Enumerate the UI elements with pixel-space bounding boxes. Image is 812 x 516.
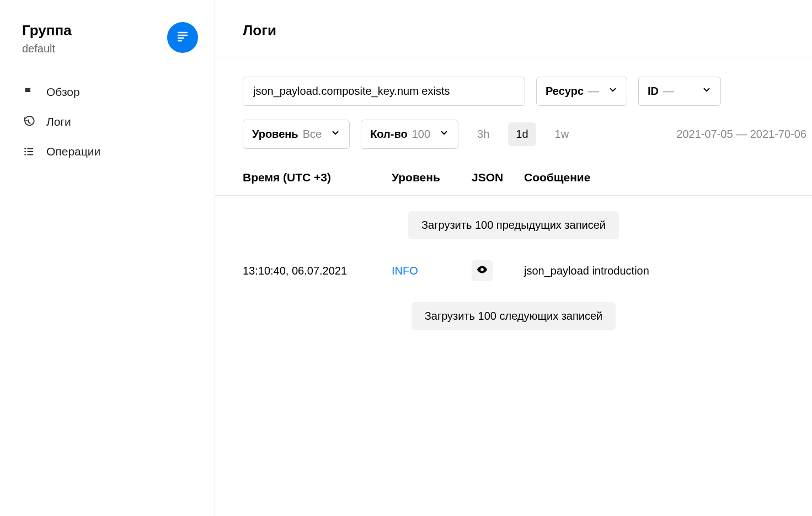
eye-icon bbox=[476, 264, 488, 278]
logs-round-button[interactable] bbox=[167, 22, 198, 53]
svg-point-1 bbox=[24, 151, 26, 153]
list-settings-icon bbox=[22, 146, 35, 158]
query-input[interactable] bbox=[243, 77, 525, 106]
sidebar-item-label: Обзор bbox=[46, 85, 80, 99]
col-header-level: Уровень bbox=[392, 171, 472, 184]
svg-point-3 bbox=[480, 268, 484, 271]
col-header-time: Время (UTC +3) bbox=[243, 171, 392, 184]
range-1w[interactable]: 1w bbox=[547, 122, 577, 146]
log-time: 13:10:40, 06.07.2021 bbox=[243, 265, 392, 277]
level-value: Все bbox=[303, 128, 322, 141]
resource-label: Ресурс bbox=[546, 85, 584, 98]
chevron-down-icon bbox=[439, 128, 449, 141]
filter-row-1: Ресурс — ID — bbox=[243, 77, 812, 106]
level-select[interactable]: Уровень Все bbox=[243, 120, 350, 149]
svg-point-0 bbox=[24, 148, 26, 149]
filters: Ресурс — ID — Уровень Все bbox=[215, 57, 812, 149]
sidebar-item-label: Логи bbox=[46, 115, 71, 128]
view-json-button[interactable] bbox=[472, 260, 493, 281]
count-select[interactable]: Кол-во 100 bbox=[361, 120, 458, 149]
sidebar-item-operations[interactable]: Операции bbox=[22, 145, 198, 158]
document-lines-icon bbox=[176, 30, 189, 45]
flag-icon bbox=[22, 86, 35, 98]
log-level: INFO bbox=[392, 265, 472, 277]
load-next-button[interactable]: Загрузить 100 следующих записей bbox=[412, 302, 616, 330]
group-label: Группа bbox=[22, 22, 72, 39]
group-block: Группа default bbox=[22, 22, 72, 55]
count-value: 100 bbox=[412, 128, 430, 141]
id-value: — bbox=[663, 85, 674, 98]
table-header: Время (UTC +3) Уровень JSON Сообщение bbox=[215, 149, 812, 196]
log-json bbox=[472, 260, 524, 281]
sidebar-header: Группа default bbox=[22, 22, 198, 55]
date-range: 2021-07-05 — 2021-70-06 bbox=[676, 128, 812, 141]
level-label: Уровень bbox=[252, 128, 298, 141]
sidebar-item-logs[interactable]: Логи bbox=[22, 115, 198, 128]
range-1d[interactable]: 1d bbox=[508, 122, 536, 146]
range-3h[interactable]: 3h bbox=[469, 122, 497, 146]
svg-point-2 bbox=[24, 154, 26, 155]
col-header-json: JSON bbox=[472, 171, 524, 184]
load-prev-button[interactable]: Загрузить 100 предыдущих записей bbox=[408, 211, 619, 239]
load-next-bar: Загрузить 100 следующих записей bbox=[215, 287, 812, 346]
page-title: Логи bbox=[215, 22, 812, 57]
group-name: default bbox=[22, 42, 72, 55]
resource-select[interactable]: Ресурс — bbox=[536, 77, 627, 106]
sidebar: Группа default Обзор Логи bbox=[0, 0, 215, 516]
filter-row-2: Уровень Все Кол-во 100 3h 1d 1w 2021-07-… bbox=[243, 120, 812, 149]
log-message: json_payload introduction bbox=[524, 265, 812, 277]
chevron-down-icon bbox=[702, 85, 712, 98]
id-label: ID bbox=[648, 85, 659, 98]
sidebar-nav: Обзор Логи Операции bbox=[22, 85, 198, 158]
chevron-down-icon bbox=[330, 128, 340, 141]
resource-value: — bbox=[588, 85, 599, 98]
table-row: 13:10:40, 06.07.2021 INFO json_payload i… bbox=[215, 255, 812, 287]
load-prev-bar: Загрузить 100 предыдущих записей bbox=[215, 196, 812, 255]
history-icon bbox=[22, 116, 35, 128]
chevron-down-icon bbox=[608, 85, 618, 98]
col-header-message: Сообщение bbox=[524, 171, 812, 184]
id-select[interactable]: ID — bbox=[638, 77, 721, 106]
count-label: Кол-во bbox=[370, 128, 408, 141]
sidebar-item-overview[interactable]: Обзор bbox=[22, 85, 198, 99]
main: Логи Ресурс — ID — bbox=[215, 0, 812, 516]
sidebar-item-label: Операции bbox=[46, 145, 100, 158]
